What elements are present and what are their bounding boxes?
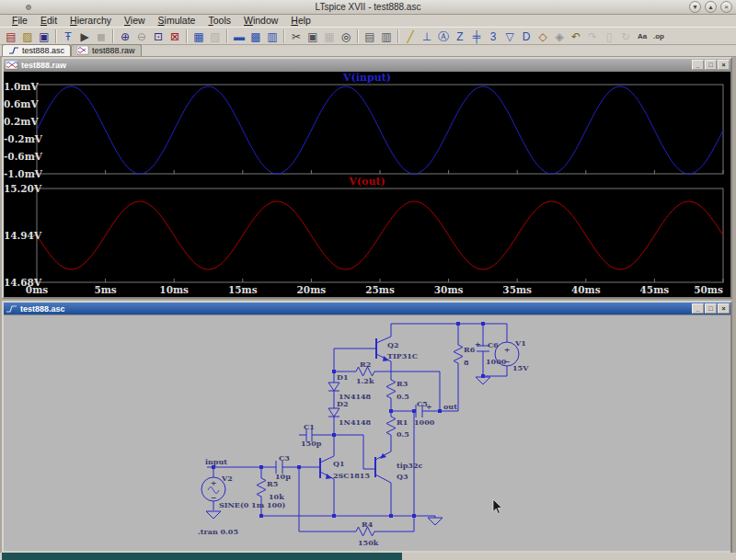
label-v2-value[interactable]: SINE(0 1m 100) xyxy=(219,500,286,509)
waveform-plot-area[interactable]: V(input) V(out) 1.0mV0.6mV0.2mV-0.2mV-0.… xyxy=(4,71,730,297)
open-file-button[interactable]: ▨ xyxy=(19,29,36,44)
label-q2-type[interactable]: TIP31C xyxy=(387,351,418,360)
tab-test888.raw[interactable]: test888.raw xyxy=(71,44,142,56)
place-capacitor-button[interactable]: ╪ xyxy=(468,29,485,44)
copy-button[interactable]: ▣ xyxy=(305,29,321,44)
cascade-windows-button[interactable]: ▩ xyxy=(247,29,264,44)
paste-button[interactable]: ▦ xyxy=(321,29,338,44)
label-q2[interactable]: Q2 xyxy=(387,340,399,349)
menu-edit[interactable]: Edit xyxy=(34,15,63,27)
print-preview-button[interactable]: ▤ xyxy=(362,29,378,44)
print-button[interactable]: ▥ xyxy=(378,29,395,44)
schematic-window: test888.asc _□× xyxy=(2,301,732,554)
label-q3-type[interactable]: tip32c xyxy=(397,461,422,470)
label-v2[interactable]: V2 xyxy=(221,474,233,483)
find-button[interactable]: ◎ xyxy=(338,29,354,44)
raw-minimize-button[interactable]: _ xyxy=(692,60,704,70)
place-ground-button[interactable]: ⊥ xyxy=(419,29,435,44)
menu-tools[interactable]: Tools xyxy=(201,15,237,27)
menu-help[interactable]: Help xyxy=(284,15,317,27)
new-schematic-button[interactable]: ▤ xyxy=(3,29,19,44)
move-button[interactable]: ◇ xyxy=(535,29,551,44)
zoom-in-button[interactable]: ⊕ xyxy=(117,29,133,44)
asc-minimize-button[interactable]: _ xyxy=(692,303,704,314)
label-r3-value[interactable]: 0.5 xyxy=(397,392,409,401)
label-r2-value[interactable]: 1.2k xyxy=(356,376,374,385)
label-q1-type[interactable]: 2SC1815 xyxy=(333,471,370,480)
spice-directive-button[interactable]: .op xyxy=(650,29,667,44)
ytick-label: 14.94V xyxy=(4,230,34,241)
label-net-button[interactable]: Ⓐ xyxy=(435,29,452,44)
app-title: LTspice XVII - test888.asc xyxy=(0,2,736,12)
asc-restore-button[interactable]: □ xyxy=(705,303,717,314)
control-panel-button[interactable]: Ŧ xyxy=(60,29,76,44)
label-r3[interactable]: R3 xyxy=(397,379,408,388)
label-v1-value[interactable]: 15V xyxy=(512,363,529,372)
place-inductor-button[interactable]: 3 xyxy=(485,29,501,44)
label-q3[interactable]: Q3 xyxy=(397,472,408,481)
net-label-out[interactable]: out xyxy=(443,402,457,411)
place-diode-button[interactable]: ▽ xyxy=(501,29,518,44)
new-plot-pane-button[interactable]: ▬ xyxy=(231,29,247,44)
label-r6-value[interactable]: 8 xyxy=(464,358,469,367)
menu-simulate[interactable]: Simulate xyxy=(152,15,202,27)
label-r1[interactable]: R1 xyxy=(397,417,408,427)
waveform-canvas xyxy=(4,72,730,297)
zoom-area-button[interactable]: ⊡ xyxy=(150,29,167,44)
label-r1-value[interactable]: 0.5 xyxy=(397,429,409,439)
menu-file[interactable]: File xyxy=(6,15,34,27)
menu-view[interactable]: View xyxy=(118,15,152,27)
plot-settings-button[interactable]: ▦ xyxy=(190,29,207,44)
tile-windows-button[interactable]: ▥ xyxy=(264,29,281,44)
label-r4-value[interactable]: 150k xyxy=(358,538,379,547)
maximize-window-button[interactable]: ▴ xyxy=(705,1,717,13)
label-v1[interactable]: V1 xyxy=(514,338,526,348)
label-r4[interactable]: R4 xyxy=(362,520,374,529)
label-r6[interactable]: R6 xyxy=(464,345,476,354)
drag-button[interactable]: ◈ xyxy=(551,29,568,44)
label-c1[interactable]: C1 xyxy=(304,422,315,431)
v1-plus: + xyxy=(504,345,511,354)
label-c6[interactable]: C6 xyxy=(488,340,499,349)
xtick-label: 5ms xyxy=(86,284,126,295)
menu-hierarchy[interactable]: Hierarchy xyxy=(63,15,118,27)
autorange-plot-button[interactable]: ▧ xyxy=(207,29,224,44)
draw-wire-button[interactable]: ╱ xyxy=(402,29,419,44)
run-simulation-button[interactable]: ▶ xyxy=(76,29,93,44)
save-button[interactable]: ▣ xyxy=(36,29,52,44)
tab-test888.asc[interactable]: test888.asc xyxy=(2,44,71,56)
shade-window-button[interactable]: ▾ xyxy=(689,1,701,13)
mirror-button[interactable]: ▯ xyxy=(601,29,617,44)
label-c5-value[interactable]: 1000 xyxy=(414,417,435,427)
raw-close-button[interactable]: × xyxy=(718,60,730,70)
net-label-input[interactable]: input xyxy=(205,457,227,466)
label-q1[interactable]: Q1 xyxy=(333,459,345,468)
cut-button[interactable]: ✂ xyxy=(288,29,305,44)
label-c1-value[interactable]: 150p xyxy=(301,439,322,448)
label-d2[interactable]: D2 xyxy=(337,399,349,408)
halt-simulation-button[interactable]: ◼ xyxy=(93,29,109,44)
spice-directive-tran[interactable]: .tran 0.05 xyxy=(198,527,238,536)
label-c3[interactable]: C3 xyxy=(279,453,290,463)
schematic-window-titlebar[interactable]: test888.asc _□× xyxy=(4,303,730,314)
add-text-button[interactable]: Aa xyxy=(634,29,650,44)
menu-window[interactable]: Window xyxy=(237,15,284,27)
xtick-label: 35ms xyxy=(497,284,537,295)
place-resistor-button[interactable]: Z xyxy=(452,29,468,44)
schematic-canvas[interactable]: Q2 TIP31C R3 0.5 R1 0.5 R2 1.2k D1 1N414… xyxy=(4,314,730,551)
label-d2-type[interactable]: 1N4148 xyxy=(339,417,372,427)
asc-close-button[interactable]: × xyxy=(718,303,730,314)
label-r5[interactable]: R5 xyxy=(267,479,278,488)
zoom-full-extents-button[interactable]: ⊠ xyxy=(167,29,183,44)
close-window-button[interactable]: × xyxy=(720,1,732,13)
undo-button[interactable]: ↶ xyxy=(568,29,584,44)
label-d1[interactable]: D1 xyxy=(337,372,349,382)
zoom-back-button[interactable]: ⊖ xyxy=(133,29,150,44)
label-r2[interactable]: R2 xyxy=(360,360,371,369)
rotate-button[interactable]: ↻ xyxy=(617,29,634,44)
place-component-button[interactable]: D xyxy=(518,29,535,44)
waveform-window-titlebar[interactable]: test888.raw _□× xyxy=(4,59,730,71)
raw-restore-button[interactable]: □ xyxy=(705,60,717,70)
xtick-label: 45ms xyxy=(634,284,674,295)
redo-button[interactable]: ↷ xyxy=(584,29,601,44)
